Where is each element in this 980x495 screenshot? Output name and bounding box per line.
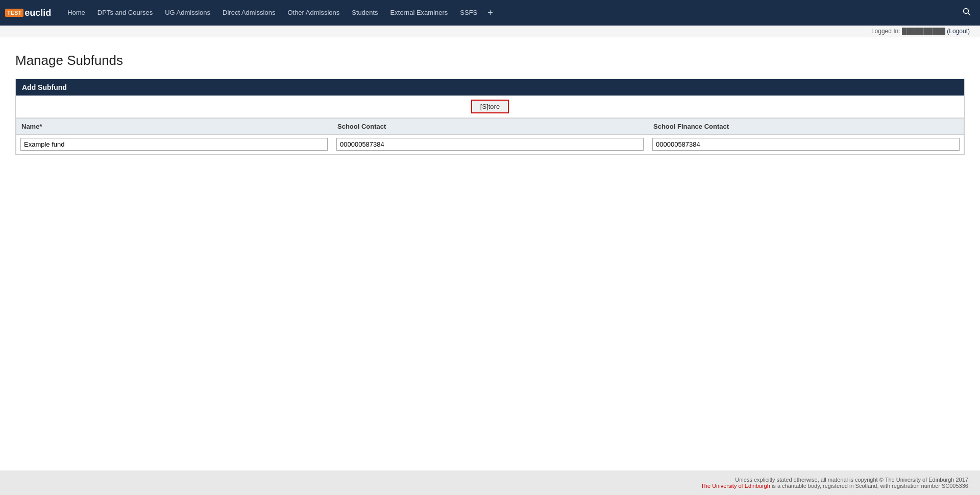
col-school-contact: School Contact — [332, 119, 648, 135]
logo-test: TEST — [5, 9, 23, 17]
nav-item-ug-admissions: UG Admissions — [159, 0, 216, 26]
add-subfund-header: Add Subfund — [16, 79, 964, 96]
table-header-row: Name* School Contact School Finance Cont… — [16, 119, 964, 135]
search-icon — [963, 8, 971, 16]
svg-line-1 — [968, 13, 971, 16]
cell-name — [16, 135, 332, 154]
logged-in-username: ██████████ — [902, 28, 947, 35]
table-body — [16, 135, 964, 154]
cell-school-finance-contact — [648, 135, 964, 154]
nav-link-direct-admissions[interactable]: Direct Admissions — [216, 0, 281, 26]
nav-item-students: Students — [346, 0, 384, 26]
logout-link[interactable]: (Logout) — [947, 28, 970, 35]
nav-link-dpts[interactable]: DPTs and Courses — [91, 0, 159, 26]
add-subfund-section: Add Subfund [S]tore Name* School Contact… — [15, 79, 965, 155]
footer-line1: Unless explicitly stated otherwise, all … — [10, 477, 970, 483]
table-head: Name* School Contact School Finance Cont… — [16, 119, 964, 135]
nav-link-students[interactable]: Students — [346, 0, 384, 26]
add-subfund-body: [S]tore Name* School Contact School Fina… — [16, 96, 964, 154]
nav-link-other-admissions[interactable]: Other Admissions — [281, 0, 346, 26]
footer-line2-text: is a charitable body, registered in Scot… — [772, 483, 970, 489]
nav-item-other-admissions: Other Admissions — [281, 0, 346, 26]
main-content: Manage Subfunds Add Subfund [S]tore Name… — [0, 37, 980, 470]
nav-link-ug-admissions[interactable]: UG Admissions — [159, 0, 216, 26]
nav-item-plus: + — [483, 8, 497, 18]
logged-in-bar: Logged In: ██████████ (Logout) — [0, 26, 980, 37]
subfund-table: Name* School Contact School Finance Cont… — [16, 118, 964, 154]
page-title: Manage Subfunds — [15, 53, 965, 68]
search-button[interactable] — [959, 8, 975, 18]
store-row: [S]tore — [16, 96, 964, 118]
nav-item-dpts: DPTs and Courses — [91, 0, 159, 26]
cell-school-contact — [332, 135, 648, 154]
footer-university-link[interactable]: The University of Edinburgh — [701, 483, 770, 489]
nav-link-ssfs[interactable]: SSFS — [454, 0, 483, 26]
logged-in-prefix: Logged In: — [871, 28, 900, 35]
footer: Unless explicitly stated otherwise, all … — [0, 470, 980, 495]
school-contact-input[interactable] — [336, 138, 644, 151]
nav-item-external-examiners: External Examiners — [384, 0, 454, 26]
main-nav: TEST euclid Home DPTs and Courses UG Adm… — [0, 0, 980, 26]
footer-line2: The University of Edinburgh is a charita… — [10, 483, 970, 489]
nav-link-home[interactable]: Home — [61, 0, 91, 26]
nav-item-direct-admissions: Direct Admissions — [216, 0, 281, 26]
school-finance-contact-input[interactable] — [652, 138, 960, 151]
logo-link[interactable]: TEST euclid — [5, 8, 51, 18]
nav-plus-button[interactable]: + — [483, 8, 497, 18]
col-name: Name* — [16, 119, 332, 135]
nav-item-ssfs: SSFS — [454, 0, 483, 26]
table-row — [16, 135, 964, 154]
store-button[interactable]: [S]tore — [471, 100, 509, 113]
nav-link-external-examiners[interactable]: External Examiners — [384, 0, 454, 26]
logo-euclid: euclid — [24, 8, 51, 18]
svg-point-0 — [964, 9, 969, 14]
nav-item-home: Home — [61, 0, 91, 26]
nav-menu: Home DPTs and Courses UG Admissions Dire… — [61, 0, 975, 26]
col-school-finance-contact: School Finance Contact — [648, 119, 964, 135]
name-input[interactable] — [20, 138, 328, 151]
